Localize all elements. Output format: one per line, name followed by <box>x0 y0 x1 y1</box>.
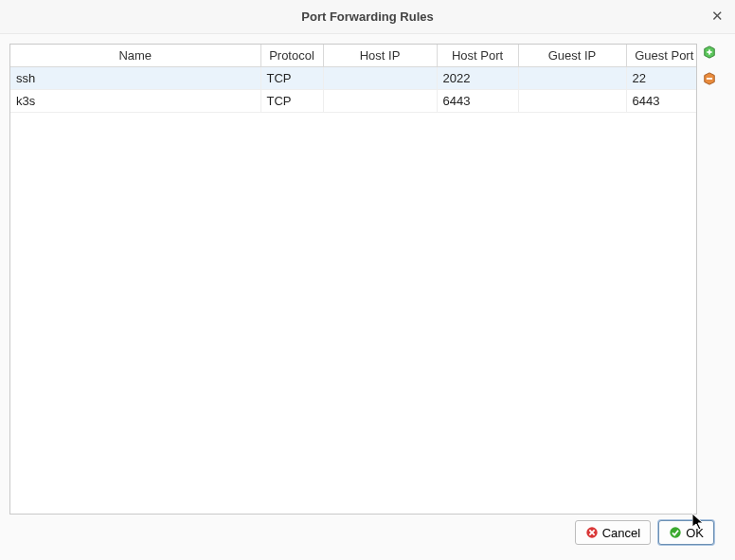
close-icon[interactable]: ✕ <box>708 8 726 25</box>
svg-point-8 <box>671 527 681 537</box>
svg-rect-4 <box>707 78 712 80</box>
rules-table[interactable]: Name Protocol Host IP Host Port Guest IP… <box>10 45 697 113</box>
remove-rule-icon <box>703 72 716 85</box>
cell-guest-ip[interactable] <box>518 67 626 90</box>
cell-guest-port[interactable]: 6443 <box>626 90 697 113</box>
col-guest-ip[interactable]: Guest IP <box>518 45 626 67</box>
col-protocol[interactable]: Protocol <box>260 45 323 67</box>
add-rule-button[interactable] <box>703 45 722 64</box>
cancel-icon <box>585 526 599 539</box>
cell-host-ip[interactable] <box>323 90 437 113</box>
cell-name[interactable]: ssh <box>10 67 260 90</box>
ok-label: OK <box>686 526 704 540</box>
side-toolbar <box>703 44 726 515</box>
window-title: Port Forwarding Rules <box>301 9 433 24</box>
table-row[interactable]: k3sTCP64436443 <box>10 90 697 113</box>
cancel-label: Cancel <box>602 526 640 540</box>
cell-name[interactable]: k3s <box>10 90 260 113</box>
table-row[interactable]: sshTCP202222 <box>10 67 697 90</box>
dialog-footer: Cancel OK <box>9 515 726 551</box>
cell-guest-port[interactable]: 22 <box>626 67 697 90</box>
ok-icon <box>669 526 682 539</box>
cancel-button[interactable]: Cancel <box>575 520 651 545</box>
cell-host-ip[interactable] <box>323 67 437 90</box>
svg-rect-2 <box>707 51 711 53</box>
rules-table-wrap: Name Protocol Host IP Host Port Guest IP… <box>9 44 697 515</box>
add-rule-icon <box>703 45 716 59</box>
ok-button[interactable]: OK <box>658 520 714 545</box>
titlebar: Port Forwarding Rules ✕ <box>0 0 735 34</box>
cell-host-port[interactable]: 6443 <box>437 90 518 113</box>
table-header-row: Name Protocol Host IP Host Port Guest IP… <box>10 45 697 67</box>
port-forwarding-dialog: Port Forwarding Rules ✕ Name Protocol Ho… <box>0 0 735 560</box>
col-name[interactable]: Name <box>10 45 260 67</box>
col-host-ip[interactable]: Host IP <box>323 45 437 67</box>
col-host-port[interactable]: Host Port <box>437 45 518 67</box>
cell-guest-ip[interactable] <box>518 90 626 113</box>
remove-rule-button[interactable] <box>703 72 722 91</box>
cell-protocol[interactable]: TCP <box>260 90 323 113</box>
cell-host-port[interactable]: 2022 <box>437 67 518 90</box>
cell-protocol[interactable]: TCP <box>260 67 323 90</box>
col-guest-port[interactable]: Guest Port <box>626 45 697 67</box>
